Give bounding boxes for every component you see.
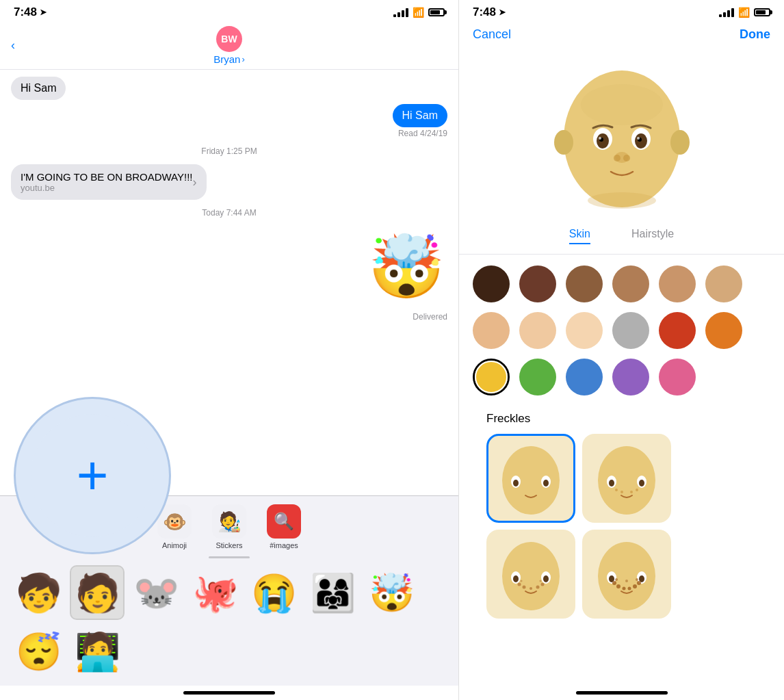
right-nav: Cancel Done [459,22,784,50]
emoji-crying[interactable]: 😭 [246,565,301,620]
right-battery-icon [754,8,770,16]
signal-bar-3 [402,10,404,17]
skin-swatch-11[interactable] [659,312,696,349]
emoji-exploding[interactable]: 🤯 [364,565,419,620]
svg-point-21 [598,446,655,515]
images-tab-label: #images [270,541,298,549]
plus-icon[interactable]: + [77,448,109,503]
skin-swatch-4[interactable] [612,265,649,302]
left-panel: 7:48 ➤ 📶 ‹ BW Bryan › [0,0,458,700]
left-time-text: 7:48 [14,5,37,19]
freckle-item-3[interactable] [486,530,575,619]
svg-point-28 [630,491,633,493]
svg-point-19 [513,480,519,487]
contact-name: Bryan › [213,53,245,65]
svg-point-47 [612,581,616,585]
right-status-time: 7:48 ➤ [473,5,506,19]
msg-link-chevron: › [193,175,197,190]
freckles-label: Freckles [486,412,757,426]
magnifier-inner: + [31,414,154,537]
contact-initials: BW [221,34,237,44]
right-wifi-icon: 📶 [738,7,750,18]
battery-fill [430,10,440,14]
emoji-glasses[interactable]: 🧑‍💻 [70,624,125,679]
skin-swatch-3[interactable] [566,265,603,302]
avatar-preview [459,50,784,221]
right-signal-bar-3 [727,10,730,17]
svg-point-26 [615,489,618,491]
cancel-button[interactable]: Cancel [473,27,511,42]
hairstyle-tab[interactable]: Hairstyle [631,228,674,244]
emoji-octopus[interactable]: 🐙 [187,565,242,620]
svg-point-29 [636,489,638,491]
svg-point-42 [598,542,655,610]
right-status-bar: 7:48 ➤ 📶 [459,0,784,22]
skin-swatch-6[interactable] [705,265,742,302]
msg-link-text: I'M GOING TO BE ON BROADWAY!!! youtu.be [21,171,193,193]
animoji-tab-label: Animoji [162,541,187,549]
skin-swatch-12[interactable] [705,312,742,349]
back-button[interactable]: ‹ [11,38,15,53]
skin-swatch-10[interactable] [612,312,649,349]
right-location-icon: ➤ [499,8,506,17]
svg-point-55 [625,580,628,582]
right-signal-bars [719,8,734,17]
right-signal-bar-4 [731,8,734,17]
skin-swatch-1[interactable] [473,265,510,302]
msg-received-hisam: Hi Sam [11,77,66,100]
emoji-girl[interactable]: 🧒 [11,565,66,620]
skin-swatch-15[interactable] [566,359,603,396]
svg-point-49 [623,587,626,591]
skin-tab[interactable]: Skin [569,228,590,244]
emoji-man[interactable]: 🧑 [70,565,125,620]
skin-swatch-14[interactable] [519,359,556,396]
images-tab[interactable]: 🔍 #images [267,504,301,549]
skin-swatch-17[interactable] [659,359,696,396]
msg-link-url: youtu.be [21,183,193,193]
svg-point-27 [620,491,623,493]
stickers-tab-label: Stickers [215,541,242,549]
svg-point-30 [502,542,560,610]
emoji-sleeping[interactable]: 😴 [11,624,66,679]
emoji-mouse[interactable]: 🐭 [129,565,183,620]
right-panel: 7:48 ➤ 📶 Cancel Done [458,0,784,700]
svg-point-20 [543,480,549,487]
stickers-tab[interactable]: 🧑‍🎨 Stickers [212,504,246,549]
right-signal-bar-1 [719,14,722,17]
freckle-item-4[interactable] [582,530,671,619]
svg-point-10 [637,137,640,140]
skin-swatch-13[interactable] [473,359,510,396]
freckle-item-2[interactable] [582,434,671,523]
svg-point-15 [581,84,663,125]
svg-point-24 [609,480,614,487]
freckle-item-1[interactable] [486,434,575,523]
svg-point-9 [599,137,601,140]
skin-swatch-16[interactable] [612,359,649,396]
freckles-section: Freckles [473,405,770,619]
right-home-indicator [576,691,668,695]
left-status-time: 7:48 ➤ [14,5,47,19]
emoji-couple[interactable]: 👨‍👩‍👧 [305,565,360,620]
skin-swatch-9[interactable] [566,312,603,349]
skin-colors-section: Freckles [459,255,784,686]
stickers-tab-icon: 🧑‍🎨 [212,504,246,539]
msg-delivered: Delivered [413,312,447,322]
skin-swatch-5[interactable] [659,265,696,302]
done-button[interactable]: Done [740,27,770,42]
skin-swatch-2[interactable] [519,265,556,302]
signal-bar-1 [393,14,396,17]
svg-point-1 [554,130,573,155]
contact-avatar: BW [216,26,242,52]
svg-point-2 [670,130,690,155]
svg-point-12 [614,155,620,161]
avatar-svg [553,64,690,214]
svg-point-34 [543,575,549,582]
contact-info[interactable]: BW Bryan › [213,26,245,65]
emoji-grid: 🧒 🧑 🐭 🐙 😭 👨‍👩‍👧 🤯 😴 🧑‍💻 [0,558,458,686]
msg-link-broadway[interactable]: I'M GOING TO BE ON BROADWAY!!! youtu.be … [11,164,207,200]
skin-swatch-7[interactable] [473,312,510,349]
right-signal-bar-2 [723,12,726,17]
skin-color-row-1 [473,265,770,302]
msg-read-receipt: Read 4/24/19 [398,129,447,138]
skin-swatch-8[interactable] [519,312,556,349]
